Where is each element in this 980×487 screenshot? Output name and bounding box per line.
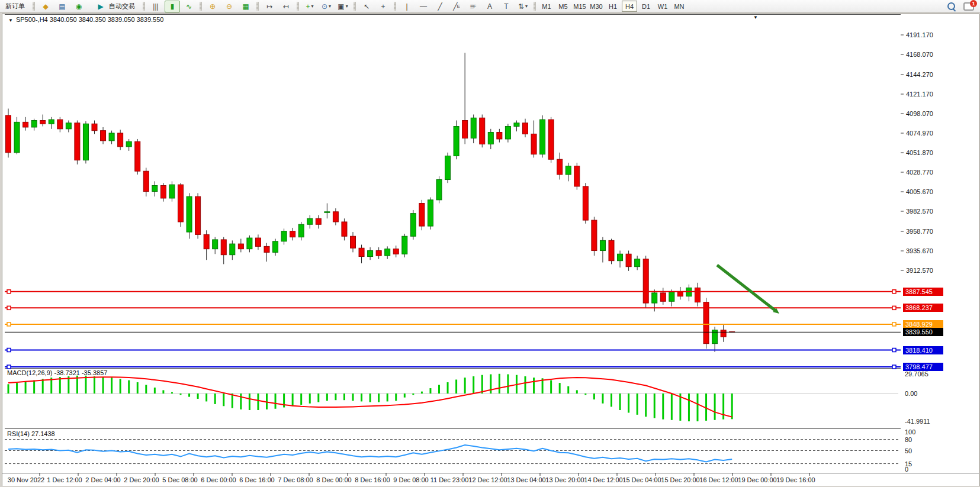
price-axis-label: 3982.570 — [906, 208, 933, 215]
rsi-scale-label: 100 — [905, 428, 915, 436]
indicators-add-icon[interactable]: +▾ — [302, 1, 317, 12]
time-axis-label: 15 Dec 04:00 — [622, 476, 661, 483]
auto-scroll-icon[interactable]: ↦ — [262, 1, 277, 12]
horizontal-line-icon[interactable]: — — [416, 1, 431, 12]
time-axis-label: 19 Dec 16:00 — [776, 476, 815, 483]
zoom-out-icon[interactable]: ⊖ — [221, 1, 237, 12]
new-order-button[interactable]: 新订单 — [1, 1, 29, 12]
search-icon[interactable] — [947, 2, 955, 10]
periods-clock-icon[interactable]: ⊙▾ — [319, 1, 334, 12]
crosshair-icon[interactable]: + — [375, 1, 391, 12]
toolbar-separator — [143, 2, 145, 11]
text-icon[interactable]: A — [482, 1, 497, 12]
timeframe-button-m1[interactable]: M1 — [539, 1, 554, 12]
level-price-label: 3868.237 — [903, 304, 943, 312]
chart-profile-icon[interactable]: ◆ — [38, 1, 53, 12]
time-axis-label: 6 Dec 16:00 — [239, 476, 274, 483]
dropdown-arrow-icon[interactable]: ▾ — [346, 1, 348, 12]
shapes-icon[interactable]: ⇅▾ — [515, 1, 531, 12]
vertical-line-icon[interactable]: | — [399, 1, 415, 12]
line-chart-icon[interactable]: ∿ — [181, 1, 197, 12]
price-axis-label: 4121.170 — [906, 91, 933, 98]
price-axis-label: 4168.070 — [906, 51, 933, 58]
price-axis-label: 4144.270 — [906, 71, 933, 78]
toolbar-separator — [200, 2, 202, 11]
macd-panel[interactable] — [5, 368, 901, 429]
dropdown-arrow-icon[interactable]: ▾ — [329, 1, 331, 12]
time-axis-label: 15 Dec 20:00 — [661, 476, 699, 483]
price-chart-panel[interactable] — [5, 14, 901, 369]
toolbar-separator — [534, 2, 536, 11]
price-axis-label: 4028.770 — [906, 169, 933, 176]
level-price-label: 3848.929 — [903, 320, 943, 328]
macd-scale-label: -41.9911 — [905, 418, 930, 425]
chart-title: ▼SP500-,H4 3840.050 3840.350 3839.050 38… — [8, 16, 163, 23]
toolbar-separator — [394, 2, 396, 11]
chart-title-text: SP500-,H4 3840.050 3840.350 3839.050 383… — [16, 16, 164, 23]
macd-scale-label: 29.7065 — [905, 370, 928, 378]
market-watch-icon[interactable]: ▤ — [54, 1, 70, 12]
time-axis-label: 2 Dec 04:00 — [85, 476, 120, 483]
autotrading-button-icon: ▶ — [93, 1, 108, 12]
price-axis-label: 4005.670 — [906, 188, 933, 195]
price-axis-label: 4191.170 — [906, 31, 933, 38]
text-label-icon[interactable]: T — [499, 1, 514, 12]
rsi-scale-label: 50 — [905, 447, 912, 454]
time-axis-label: 1 Dec 12:00 — [47, 476, 82, 483]
price-axis-label: 4098.070 — [906, 110, 933, 117]
time-axis-label: 12 Dec 12:00 — [468, 476, 507, 483]
price-axis-label: 4074.970 — [906, 130, 933, 137]
notification-badge: 1 — [970, 0, 977, 7]
symbol-dropdown-icon[interactable]: ▼ — [8, 18, 13, 23]
price-axis-label: 3958.770 — [906, 228, 933, 235]
dropdown-arrow-icon[interactable]: ▾ — [311, 1, 314, 12]
cursor-icon[interactable]: ↖ — [359, 1, 374, 12]
time-axis-label: 8 Dec 16:00 — [355, 476, 390, 483]
icon-subscript: F — [474, 1, 477, 12]
signals-icon[interactable]: ◉ — [71, 1, 86, 12]
collapse-arrow-icon[interactable]: ▼ — [753, 15, 758, 20]
price-axis-label: 3935.670 — [906, 247, 933, 254]
time-axis-label: 9 Dec 08:00 — [393, 476, 428, 483]
rsi-indicator-label: RSI(14) 27.1438 — [7, 430, 55, 437]
tile-windows-icon[interactable]: ▦ — [238, 1, 253, 12]
macd-scale-label: 0.00 — [905, 390, 917, 397]
candlestick-chart-icon[interactable]: ▮ — [165, 1, 180, 12]
toolbar-separator — [33, 2, 35, 11]
price-axis-label: 4051.870 — [906, 149, 933, 156]
timeframe-button-w1[interactable]: W1 — [655, 1, 670, 12]
templates-icon[interactable]: ▣▾ — [335, 1, 351, 12]
timeframe-button-h1[interactable]: H1 — [605, 1, 621, 12]
equidistant-channel-icon[interactable]: ╱E — [449, 1, 464, 12]
timeframe-button-m15[interactable]: M15 — [572, 1, 587, 12]
timeframe-button-d1[interactable]: D1 — [638, 1, 654, 12]
level-price-label: 3887.545 — [903, 288, 943, 296]
zoom-in-icon[interactable]: ⊕ — [205, 1, 220, 12]
time-axis-label: 30 Nov 2022 — [8, 476, 44, 483]
icon-subscript: E — [457, 1, 460, 12]
bar-chart-icon[interactable]: ||| — [148, 1, 163, 12]
mt4-window: 新订单◆▤◉▶自动交易|||▮∿⊕⊖▦↦↤+▾⊙▾▣▾↖+|—╱╱E≡FAT⇅▾… — [0, 0, 980, 487]
rsi-scale-label: 80 — [905, 436, 912, 443]
timeframe-button-h4[interactable]: H4 — [622, 1, 637, 12]
time-axis-label: 16 Dec 12:00 — [699, 476, 738, 483]
timeframe-button-m30[interactable]: M30 — [589, 1, 604, 12]
time-axis-label: 2 Dec 20:00 — [124, 476, 159, 483]
trendline-icon[interactable]: ╱ — [432, 1, 448, 12]
toolbar-separator — [297, 2, 299, 11]
timeframe-button-m5[interactable]: M5 — [555, 1, 571, 12]
chart-shift-icon[interactable]: ↤ — [278, 1, 294, 12]
autotrading-button[interactable]: ▶自动交易 — [88, 1, 139, 12]
chart-window[interactable]: ▼SP500-,H4 3840.050 3840.350 3839.050 38… — [2, 14, 979, 486]
price-axis-label: 3912.570 — [906, 267, 933, 274]
time-axis-label: 7 Dec 08:00 — [278, 476, 313, 483]
fibonacci-icon[interactable]: ≡F — [465, 1, 481, 12]
chat-icon[interactable]: 1 — [963, 2, 974, 11]
time-axis-label: 11 Dec 23:00 — [430, 476, 469, 483]
timeframe-button-mn[interactable]: MN — [671, 1, 687, 12]
toolbar-separator — [354, 2, 356, 11]
macd-indicator-label: MACD(12,26,9) -38.7321 -35.3857 — [7, 369, 107, 376]
time-axis-label: 13 Dec 04:00 — [507, 476, 545, 483]
rsi-panel[interactable] — [5, 428, 901, 473]
dropdown-arrow-icon[interactable]: ▾ — [525, 1, 528, 12]
